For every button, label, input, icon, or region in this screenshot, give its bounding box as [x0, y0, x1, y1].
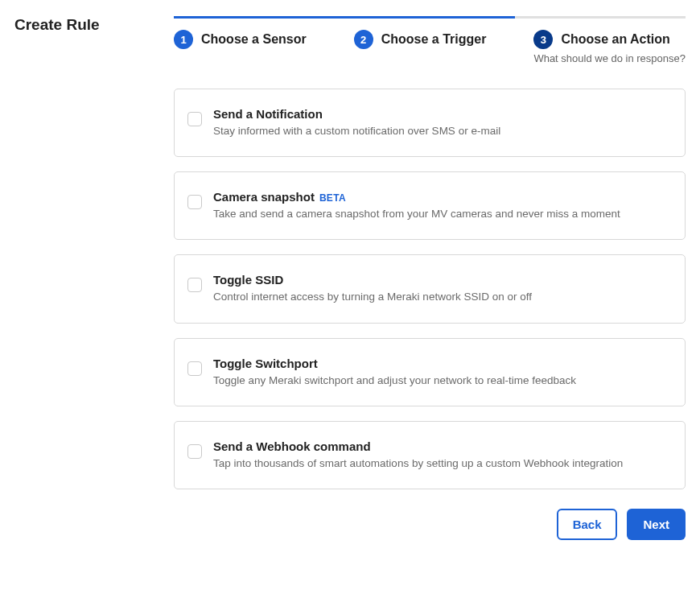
step-subtitle: What should we do in response?: [533, 52, 686, 64]
option-toggle-switchport[interactable]: Toggle Switchport Toggle any Meraki swit…: [174, 338, 686, 406]
checkbox[interactable]: [187, 278, 202, 292]
option-title-row: Camera snapshot BETA: [213, 190, 620, 204]
option-camera-snapshot[interactable]: Camera snapshot BETA Take and send a cam…: [174, 171, 686, 240]
step-number-badge: 1: [174, 30, 193, 49]
option-desc: Toggle any Meraki switchport and adjust …: [213, 373, 576, 388]
step-top: 2 Choose a Trigger: [354, 30, 487, 49]
stepper: 1 Choose a Sensor 2 Choose a Trigger 3 C…: [174, 10, 686, 64]
option-title: Send a Webhook command: [213, 439, 371, 453]
option-title: Toggle SSID: [213, 273, 283, 287]
right-column: 1 Choose a Sensor 2 Choose a Trigger 3 C…: [174, 10, 686, 540]
option-title-row: Send a Webhook command: [213, 439, 623, 453]
steps-row: 1 Choose a Sensor 2 Choose a Trigger 3 C…: [174, 30, 686, 64]
option-title-row: Send a Notification: [213, 107, 500, 121]
option-desc: Take and send a camera snapshot from you…: [213, 207, 620, 221]
next-button[interactable]: Next: [627, 509, 686, 540]
checkbox[interactable]: [187, 444, 202, 459]
step-choose-action[interactable]: 3 Choose an Action What should we do in …: [533, 30, 686, 64]
option-send-notification[interactable]: Send a Notification Stay informed with a…: [174, 89, 686, 157]
action-options: Send a Notification Stay informed with a…: [174, 89, 686, 489]
option-title-row: Toggle Switchport: [213, 357, 576, 370]
option-text: Send a Webhook command Tap into thousand…: [213, 439, 623, 471]
option-text: Camera snapshot BETA Take and send a cam…: [213, 190, 620, 221]
create-rule-page: Create Rule 1 Choose a Sensor 2 Choose a…: [14, 10, 686, 540]
option-desc: Tap into thousands of smart automations …: [213, 456, 623, 471]
progress-fill: [174, 16, 515, 19]
footer-buttons: Back Next: [174, 509, 686, 540]
step-number-badge: 3: [533, 30, 553, 49]
step-number-badge: 2: [354, 30, 373, 49]
option-desc: Control internet access by turning a Mer…: [213, 290, 532, 304]
step-top: 1 Choose a Sensor: [174, 30, 307, 49]
checkbox[interactable]: [187, 195, 202, 209]
step-label: Choose a Trigger: [381, 32, 487, 47]
back-button[interactable]: Back: [557, 509, 618, 540]
option-text: Toggle Switchport Toggle any Meraki swit…: [213, 357, 576, 388]
option-title: Toggle Switchport: [213, 357, 318, 370]
option-title-row: Toggle SSID: [213, 273, 532, 287]
beta-badge: BETA: [319, 192, 346, 204]
option-toggle-ssid[interactable]: Toggle SSID Control internet access by t…: [174, 254, 686, 323]
step-choose-trigger[interactable]: 2 Choose a Trigger: [354, 30, 487, 49]
option-desc: Stay informed with a custom notification…: [213, 124, 500, 138]
step-label: Choose an Action: [561, 32, 669, 47]
checkbox[interactable]: [187, 361, 202, 376]
progress-track: [174, 16, 686, 19]
option-send-webhook[interactable]: Send a Webhook command Tap into thousand…: [174, 421, 686, 489]
step-choose-sensor[interactable]: 1 Choose a Sensor: [174, 30, 307, 49]
page-title: Create Rule: [14, 16, 151, 34]
left-column: Create Rule: [14, 10, 151, 540]
option-title: Send a Notification: [213, 107, 323, 121]
step-label: Choose a Sensor: [201, 32, 307, 47]
option-text: Send a Notification Stay informed with a…: [213, 107, 500, 138]
step-top: 3 Choose an Action: [533, 30, 686, 49]
option-title: Camera snapshot: [213, 190, 315, 204]
checkbox[interactable]: [187, 112, 202, 126]
option-text: Toggle SSID Control internet access by t…: [213, 273, 532, 304]
